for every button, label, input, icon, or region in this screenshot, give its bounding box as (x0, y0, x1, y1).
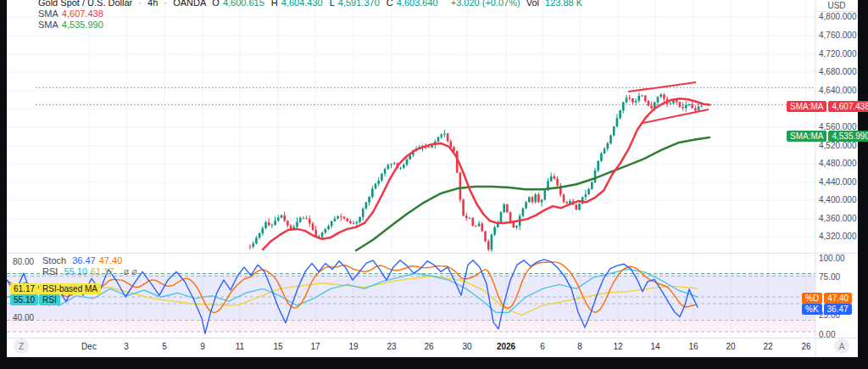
legend-separator-1: · (138, 0, 142, 8)
price-tick: 4,640.000 (819, 86, 857, 96)
price-tick: 4,360.000 (819, 214, 857, 224)
sma-legend-rows[interactable]: SMA4,607.438SMA4,535.990 (38, 8, 107, 31)
rsi-legend-label[interactable]: RSI (42, 266, 58, 277)
sma-price-badge: SMA:MA4,607.438 (787, 101, 868, 112)
time-tick: 23 (387, 342, 396, 351)
price-tick: 4,680.000 (819, 67, 857, 77)
price-tick: 4,760.000 (819, 31, 857, 41)
price-tick: 4,480.000 (819, 159, 857, 169)
sma-legend-row[interactable]: SMA4,535.990 (38, 20, 107, 30)
time-tick: 3 (124, 342, 129, 351)
indicator-tick-left: 80.00 (13, 257, 34, 267)
stoch-legend[interactable]: Stoch 36.4747.40 (42, 255, 129, 266)
stoch-legend-label[interactable]: Stoch (42, 255, 66, 266)
indicator-value-tag: 61.17 (10, 283, 38, 294)
indicator-name-tag[interactable]: RSI (39, 294, 60, 305)
interval-label[interactable]: 4h (147, 0, 158, 8)
sma-price-badge: SMA:MA4,535.990 (787, 131, 868, 142)
ohlc-item: H4,604.430 (271, 0, 326, 8)
time-tick: 15 (273, 342, 282, 351)
legend-separator-2: · (164, 0, 167, 8)
price-tick: 4,520.000 (819, 141, 857, 151)
time-tick: 2026 (497, 342, 515, 351)
stoch-legend-values: 36.4747.40 (72, 255, 125, 266)
sma-legend-row[interactable]: SMA4,607.438 (38, 8, 107, 19)
stoch-value-badge: %K36.47 (802, 304, 852, 315)
price-tick: 4,800.000 (819, 12, 857, 22)
rsi-legend-values: 55.1061.17 (64, 266, 117, 277)
time-tick: 26 (424, 342, 433, 351)
price-tick: 4,400.000 (819, 195, 857, 205)
time-tick: 19 (348, 342, 358, 351)
time-tick: 22 (763, 342, 772, 351)
ohlc-values: O4,600.615H4,604.430L4,591.370C4,603.640 (212, 0, 444, 8)
price-axis-currency[interactable]: USD (815, 0, 858, 12)
time-tick: 17 (310, 342, 320, 351)
change-value: +3.020 (+0.07%) (451, 0, 520, 8)
indicator-tick-left: 40.00 (13, 313, 34, 323)
symbol-title[interactable]: Gold Spot / U.S. Dollar (38, 0, 132, 8)
ohlc-item: L4,591.370 (330, 0, 383, 8)
indicator-value-tag: 55.10 (10, 294, 38, 305)
volume-value: 123.88 K (545, 0, 582, 8)
time-tick: 30 (462, 342, 471, 351)
stoch-value-badge: %D47.40 (802, 293, 852, 304)
indicator-tick-right: 100.00 (819, 254, 845, 264)
ohlc-item: C4,603.640 (387, 0, 442, 8)
timezone-button[interactable]: Z (14, 338, 29, 354)
time-tick: 14 (650, 342, 659, 351)
indicator-tick-right: 75.00 (819, 272, 840, 282)
rsi-legend[interactable]: RSI 55.1061.17 ø ø (42, 266, 141, 277)
indicator-action-icons[interactable]: ø ø (124, 266, 138, 277)
exchange-label[interactable]: OANDA (173, 0, 206, 8)
time-tick: 8 (577, 342, 582, 351)
price-tick: 4,720.000 (819, 49, 857, 59)
auto-scale-button[interactable]: A (834, 338, 849, 354)
time-tick: 6 (540, 342, 545, 351)
chart-canvas[interactable] (0, 0, 868, 369)
time-tick: 5 (162, 342, 167, 351)
time-tick: 11 (236, 342, 244, 351)
time-tick: 16 (688, 342, 698, 351)
indicator-name-tag[interactable]: RSI-based MA (39, 283, 101, 294)
ohlc-item: O4,600.615 (212, 0, 268, 8)
time-tick: 12 (613, 342, 622, 351)
time-tick: Dec (81, 342, 97, 351)
time-tick: 20 (726, 342, 735, 351)
symbol-legend[interactable]: Gold Spot / U.S. Dollar · 4h · OANDA O4,… (38, 0, 586, 8)
price-tick: 4,320.000 (819, 232, 857, 242)
indicator-tick-right: 0.00 (819, 330, 835, 340)
price-tick: 4,440.000 (819, 177, 857, 187)
time-tick: 9 (200, 342, 205, 351)
time-tick: 26 (801, 342, 810, 351)
volume-label: Vol (526, 0, 539, 8)
